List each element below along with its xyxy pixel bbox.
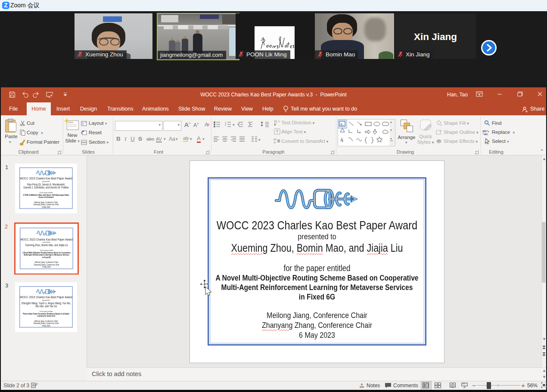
svg-text:▾: ▾: [258, 138, 261, 142]
svg-text:▾: ▾: [233, 123, 235, 127]
svg-text:A: A: [277, 119, 280, 123]
svg-text:A: A: [340, 122, 343, 126]
svg-text:2: 2: [225, 123, 226, 126]
svg-text:ac: ac: [484, 132, 488, 135]
